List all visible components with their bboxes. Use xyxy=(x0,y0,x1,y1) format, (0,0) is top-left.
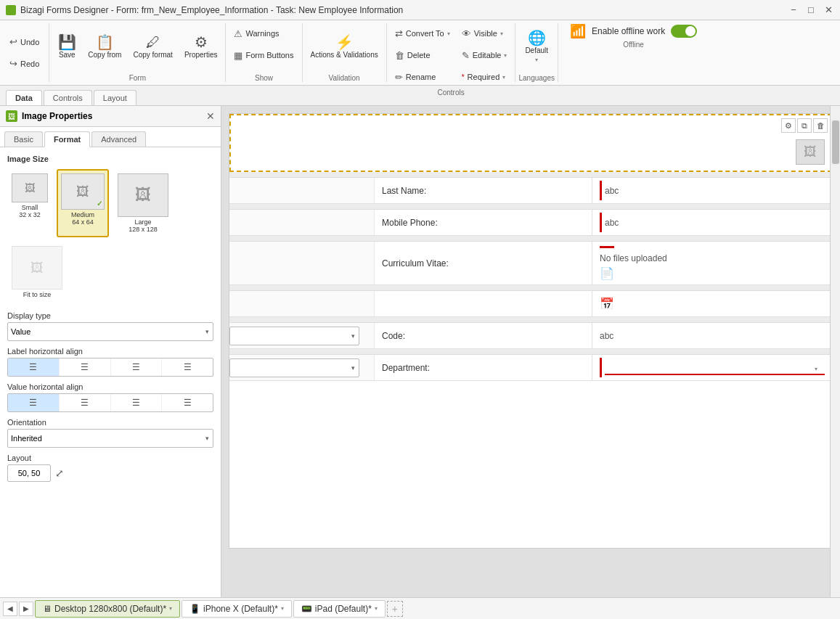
display-type-row: Display type Value Image Icon ▾ xyxy=(7,311,213,341)
properties-button[interactable]: ⚙ Properties xyxy=(179,23,223,70)
rename-button[interactable]: ✏ Rename xyxy=(390,67,455,87)
selected-image-row[interactable]: ⚙ ⧉ 🗑 🖼 xyxy=(229,114,832,172)
label-align-justify[interactable]: ☰ xyxy=(162,358,213,376)
editable-icon: ✎ xyxy=(462,50,470,61)
viewport-add-button[interactable]: + xyxy=(387,601,403,617)
label-align-right[interactable]: ☰ xyxy=(111,358,163,376)
large-icon: 🖼 xyxy=(118,173,168,217)
panel-tab-format[interactable]: Format xyxy=(44,131,90,147)
redo-icon: ↪ xyxy=(9,58,17,69)
separator-5 xyxy=(229,317,832,323)
visible-button[interactable]: 👁 Visible ▾ xyxy=(457,23,513,44)
image-controls: ⚙ ⧉ 🗑 xyxy=(781,118,828,133)
copy-from-button[interactable]: 📋 Copy from xyxy=(83,23,126,70)
layout-input[interactable] xyxy=(7,464,51,482)
dept-left-select[interactable] xyxy=(229,358,359,377)
canvas-row-code: ▾ Code: abc xyxy=(229,323,832,349)
code-left-select[interactable] xyxy=(229,327,359,345)
panel-content: Image Size 🖼 Small32 x 32 🖼 Medium64 x 6… xyxy=(0,147,221,597)
panel-tab-basic[interactable]: Basic xyxy=(4,131,43,147)
save-button[interactable]: 💾 Save xyxy=(52,23,81,70)
show-group: ⚠ Warnings ▦ Form Buttons Show xyxy=(226,23,302,82)
viewport-bar: ◀ ▶ 🖥 Desktop 1280x800 (Default)* ▾ 📱 iP… xyxy=(0,597,840,619)
minimize-button[interactable]: − xyxy=(788,4,799,16)
image-settings-button[interactable]: ⚙ xyxy=(781,118,796,133)
show-column: ⚠ Warnings ▦ Form Buttons xyxy=(229,23,298,65)
vertical-scrollbar[interactable] xyxy=(830,106,840,597)
editable-dropdown-arrow: ▾ xyxy=(504,52,507,59)
iphone-label: iPhone X (Default)* xyxy=(203,604,278,614)
toggle-knob xyxy=(685,26,696,36)
panel-tab-advanced[interactable]: Advanced xyxy=(91,131,146,147)
viewport-tab-desktop[interactable]: 🖥 Desktop 1280x800 (Default)* ▾ xyxy=(35,600,180,618)
label-align-left[interactable]: ☰ xyxy=(8,358,60,376)
canvas-area: ⚙ ⧉ 🗑 🖼 Last Name: abc xyxy=(221,106,840,597)
actions-validations-button[interactable]: ⚡ Actions & Validations xyxy=(306,23,383,70)
separator-3 xyxy=(229,236,832,242)
viewport-tab-iphone[interactable]: 📱 iPhone X (Default)* ▾ xyxy=(182,600,292,618)
last-name-label-cell: Last Name: xyxy=(375,178,592,203)
canvas-row-last-name: Last Name: abc xyxy=(229,178,832,204)
offline-label: Enable offline work xyxy=(592,26,665,36)
image-size-fit[interactable]: 🖼 Fit to size xyxy=(7,242,67,303)
viewport-prev-button[interactable]: ◀ xyxy=(3,602,17,616)
rename-icon: ✏ xyxy=(395,72,403,83)
validation-group: ⚡ Actions & Validations Validation xyxy=(303,23,387,82)
convert-to-button[interactable]: ⇄ Convert To ▾ xyxy=(390,23,455,44)
copy-format-button[interactable]: 🖊 Copy format xyxy=(128,23,177,70)
display-type-select[interactable]: Value Image Icon xyxy=(7,322,213,341)
default-button[interactable]: 🌐 Default ▾ xyxy=(520,23,553,70)
last-name-required-bar xyxy=(600,181,602,200)
image-size-small[interactable]: 🖼 Small32 x 32 xyxy=(7,169,52,237)
curriculum-vitae-left xyxy=(229,242,375,284)
last-name-label: Last Name: xyxy=(382,186,426,196)
controls-group-inner: ⇄ Convert To ▾ 🗑 Delete ✏ Rename 👁 Visib… xyxy=(390,23,513,87)
languages-group-inner: 🌐 Default ▾ xyxy=(520,23,553,73)
value-halign-buttons: ☰ ☰ ☰ ☰ xyxy=(7,393,213,412)
image-size-medium[interactable]: 🖼 Medium64 x 64 xyxy=(57,169,109,237)
required-button[interactable]: * Required ▾ xyxy=(457,67,513,87)
offline-toggle[interactable] xyxy=(671,25,697,38)
panel-close-button[interactable]: ✕ xyxy=(206,110,215,122)
viewport-tab-ipad[interactable]: 📟 iPad (Default)* ▾ xyxy=(293,600,386,618)
copy-from-icon: 📋 xyxy=(96,35,114,49)
desktop-icon: 🖥 xyxy=(43,604,52,614)
visible-icon: 👁 xyxy=(462,28,471,39)
orientation-select[interactable]: Inherited Horizontal Vertical xyxy=(7,429,213,448)
ipad-icon: 📟 xyxy=(301,604,312,614)
scrollbar-thumb xyxy=(832,120,839,164)
date-label-cell xyxy=(375,291,592,316)
offline-icon: 📶 xyxy=(570,23,586,39)
tab-layout[interactable]: Layout xyxy=(94,90,136,105)
delete-button[interactable]: 🗑 Delete xyxy=(390,45,455,65)
viewport-next-button[interactable]: ▶ xyxy=(19,602,33,616)
redo-button[interactable]: ↪ Redo xyxy=(4,54,44,74)
dept-label-cell: Department: xyxy=(375,355,592,380)
value-align-left[interactable]: ☰ xyxy=(8,394,60,411)
value-align-right[interactable]: ☰ xyxy=(111,394,163,411)
tab-controls[interactable]: Controls xyxy=(44,90,92,105)
close-button[interactable]: ✕ xyxy=(823,4,834,16)
undo-button[interactable]: ↩ Undo xyxy=(4,32,44,52)
toolbar: ↩ Undo ↪ Redo 💾 Save 📋 Copy from 🖊 Copy … xyxy=(0,20,840,86)
layout-row: Layout ⤢ xyxy=(7,454,213,482)
value-align-justify[interactable]: ☰ xyxy=(162,394,213,411)
mobile-phone-label: Mobile Phone: xyxy=(382,218,438,228)
maximize-button[interactable]: □ xyxy=(805,4,817,16)
controls-group: ⇄ Convert To ▾ 🗑 Delete ✏ Rename 👁 Visib… xyxy=(387,23,516,82)
image-delete-button[interactable]: 🗑 xyxy=(813,118,828,133)
tab-data[interactable]: Data xyxy=(6,90,42,105)
date-left xyxy=(229,291,375,316)
form-buttons-button[interactable]: ▦ Form Buttons xyxy=(229,45,298,65)
image-size-large[interactable]: 🖼 Large128 x 128 xyxy=(113,169,173,237)
image-copy-button[interactable]: ⧉ xyxy=(797,118,812,133)
offline-area: 📶 Enable offline work xyxy=(561,23,706,39)
editable-button[interactable]: ✎ Editable ▾ xyxy=(457,45,513,65)
label-align-center[interactable]: ☰ xyxy=(60,358,111,376)
canvas-row-date: 📅 xyxy=(229,291,832,317)
label-halign-buttons: ☰ ☰ ☰ ☰ xyxy=(7,358,213,377)
last-name-left xyxy=(229,178,375,203)
warnings-button[interactable]: ⚠ Warnings xyxy=(229,23,298,44)
orientation-label: Orientation xyxy=(7,418,213,427)
value-align-center[interactable]: ☰ xyxy=(60,394,111,411)
